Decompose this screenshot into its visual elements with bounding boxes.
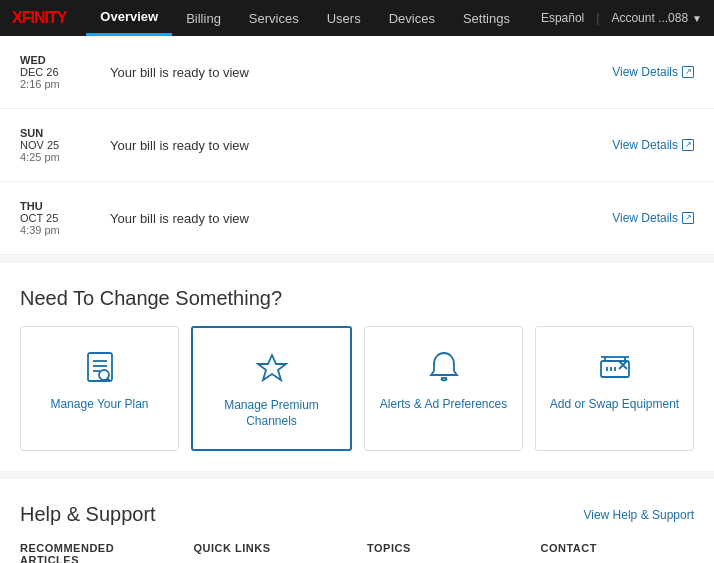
billing-day-2: SUN: [20, 127, 100, 139]
view-help-link[interactable]: View Help & Support: [583, 508, 694, 522]
billing-date-2: SUN NOV 25 4:25 pm: [20, 127, 100, 163]
lang-toggle[interactable]: Español: [541, 11, 584, 25]
view-details-1[interactable]: View Details ↗: [612, 65, 694, 79]
equipment-icon: [595, 347, 635, 387]
billing-section: WED DEC 26 2:16 pm Your bill is ready to…: [0, 36, 714, 255]
billing-message-3: Your bill is ready to view: [100, 211, 612, 226]
help-columns: RECOMMENDED ARTICLES Check for a Service…: [20, 542, 694, 563]
card-equipment-label: Add or Swap Equipment: [550, 397, 679, 413]
billing-day-1: WED: [20, 54, 100, 66]
chevron-down-icon: ▼: [692, 13, 702, 24]
view-details-3[interactable]: View Details ↗: [612, 211, 694, 225]
nav-devices[interactable]: Devices: [375, 0, 449, 36]
alerts-icon: [424, 347, 464, 387]
nav-services[interactable]: Services: [235, 0, 313, 36]
card-alerts[interactable]: Alerts & Ad Preferences: [364, 326, 523, 451]
help-header: Help & Support View Help & Support: [20, 503, 694, 526]
recommended-title: RECOMMENDED ARTICLES: [20, 542, 174, 563]
main-nav: XFINITY Overview Billing Services Users …: [0, 0, 714, 36]
billing-time-3: 4:39 pm: [20, 224, 100, 236]
help-title: Help & Support: [20, 503, 156, 526]
billing-date-text-2: NOV 25: [20, 139, 100, 151]
card-premium-channels[interactable]: Manage Premium Channels: [191, 326, 352, 451]
billing-date-text-3: OCT 25: [20, 212, 100, 224]
billing-entry-2: SUN NOV 25 4:25 pm Your bill is ready to…: [0, 109, 714, 182]
billing-date-3: THU OCT 25 4:39 pm: [20, 200, 100, 236]
plan-icon: [80, 347, 120, 387]
billing-message-2: Your bill is ready to view: [100, 138, 612, 153]
card-alerts-label: Alerts & Ad Preferences: [380, 397, 507, 413]
billing-message-1: Your bill is ready to view: [100, 65, 612, 80]
billing-entry-3: THU OCT 25 4:39 pm Your bill is ready to…: [0, 182, 714, 255]
nav-settings[interactable]: Settings: [449, 0, 524, 36]
help-col-topics: TOPICS Self Service Internet Billing TV: [367, 542, 521, 563]
nav-billing[interactable]: Billing: [172, 0, 235, 36]
nav-links: Overview Billing Services Users Devices …: [86, 0, 541, 36]
topics-title: TOPICS: [367, 542, 521, 554]
billing-date-1: WED DEC 26 2:16 pm: [20, 54, 100, 90]
logo: XFINITY: [12, 9, 66, 27]
view-details-2[interactable]: View Details ↗: [612, 138, 694, 152]
billing-time-2: 4:25 pm: [20, 151, 100, 163]
contact-title: CONTACT: [541, 542, 695, 554]
card-channels-label: Manage Premium Channels: [203, 398, 340, 429]
card-plan-label: Manage Your Plan: [50, 397, 148, 413]
help-col-quicklinks: QUICK LINKS Pay Your Bill Find an Xfinit…: [194, 542, 348, 563]
change-section: Need To Change Something? Manage Your Pl…: [0, 255, 714, 471]
billing-date-text-1: DEC 26: [20, 66, 100, 78]
help-col-recommended: RECOMMENDED ARTICLES Check for a Service…: [20, 542, 174, 563]
change-cards: Manage Your Plan Manage Premium Channels…: [20, 326, 694, 451]
external-link-icon-3: ↗: [682, 212, 694, 224]
external-link-icon-2: ↗: [682, 139, 694, 151]
nav-overview[interactable]: Overview: [86, 0, 172, 36]
card-equipment[interactable]: Add or Swap Equipment: [535, 326, 694, 451]
billing-time-1: 2:16 pm: [20, 78, 100, 90]
card-manage-plan[interactable]: Manage Your Plan: [20, 326, 179, 451]
change-title: Need To Change Something?: [20, 287, 694, 310]
channels-icon: [252, 348, 292, 388]
help-col-contact: CONTACT Get answers from Comcast agents …: [541, 542, 695, 563]
nav-users[interactable]: Users: [313, 0, 375, 36]
billing-day-3: THU: [20, 200, 100, 212]
help-section: Help & Support View Help & Support RECOM…: [0, 471, 714, 563]
nav-right: Español | Account ...088 ▼: [541, 11, 702, 25]
external-link-icon: ↗: [682, 66, 694, 78]
quicklinks-title: QUICK LINKS: [194, 542, 348, 554]
account-menu[interactable]: Account ...088 ▼: [611, 11, 702, 25]
svg-marker-6: [258, 355, 286, 380]
billing-entry-1: WED DEC 26 2:16 pm Your bill is ready to…: [0, 36, 714, 109]
